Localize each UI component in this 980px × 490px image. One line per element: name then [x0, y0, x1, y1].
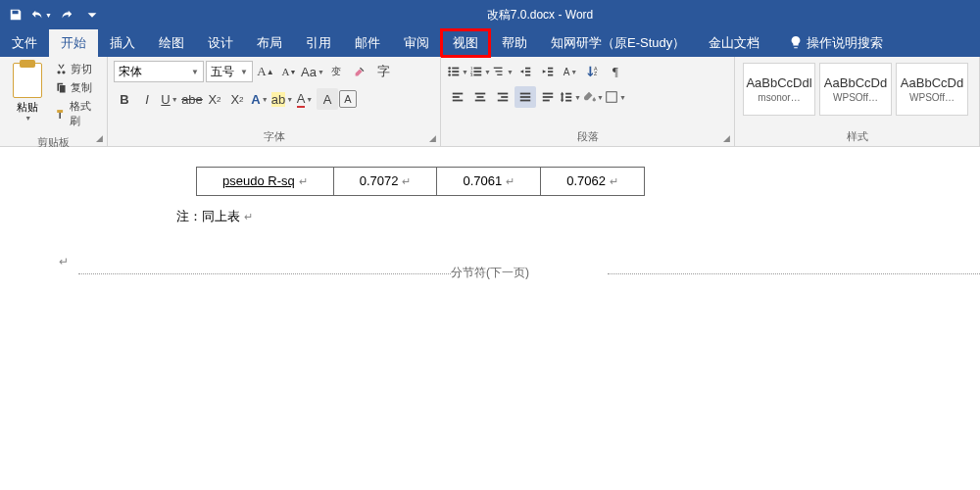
tab-review[interactable]: 审阅: [392, 29, 441, 57]
format-painter-button[interactable]: 格式刷: [53, 98, 101, 129]
tab-file[interactable]: 文件: [0, 29, 49, 57]
font-color-button[interactable]: A▼: [294, 88, 316, 110]
svg-rect-14: [497, 74, 502, 75]
font-launcher[interactable]: ◢: [426, 132, 438, 144]
shrink-font-button[interactable]: A▼: [278, 61, 300, 82]
table-cell[interactable]: 0.7062↵: [541, 168, 645, 196]
svg-rect-7: [473, 68, 481, 70]
asian-layout-button[interactable]: A▼: [560, 61, 581, 82]
align-left-button[interactable]: [447, 86, 468, 108]
svg-rect-27: [520, 96, 531, 98]
svg-rect-23: [498, 93, 509, 95]
data-table[interactable]: pseudo R-sq↵ 0.7072↵ 0.7061↵ 0.7062↵: [196, 167, 645, 196]
cut-button[interactable]: 剪切: [53, 61, 101, 77]
paragraph-launcher[interactable]: ◢: [720, 132, 732, 144]
tab-design[interactable]: 设计: [196, 29, 245, 57]
subscript-button[interactable]: X2: [204, 88, 225, 110]
svg-rect-11: [473, 74, 481, 76]
svg-rect-9: [473, 71, 481, 73]
clipboard-launcher[interactable]: ◢: [93, 132, 105, 144]
svg-rect-13: [496, 71, 503, 72]
group-styles: AaBbCcDdl msonor… AaBbCcDd WPSOff… AaBbC…: [735, 57, 980, 146]
chevron-down-icon[interactable]: ▼: [191, 68, 199, 76]
svg-point-0: [448, 67, 451, 70]
copy-button[interactable]: 复制: [53, 79, 101, 96]
qat-customize-button[interactable]: [80, 3, 104, 26]
borders-button[interactable]: ▼: [605, 86, 626, 108]
tab-draw[interactable]: 绘图: [147, 29, 196, 57]
style-item[interactable]: AaBbCcDdl msonor…: [743, 63, 815, 116]
shading-button[interactable]: ▼: [582, 86, 604, 108]
ribbon: 粘贴 ▼ 剪切 复制 格式刷 剪贴板 ◢ 宋体▼ 五号▼ A▲ A▼ Aa▼ 变…: [0, 57, 980, 147]
title-bar: ▼ 改稿7.0.docx - Word: [0, 0, 980, 29]
document-area[interactable]: pseudo R-sq↵ 0.7072↵ 0.7061↵ 0.7062↵ 注：同…: [0, 147, 980, 490]
svg-rect-24: [501, 96, 508, 98]
bullets-button[interactable]: ▼: [447, 61, 468, 82]
tell-me-search[interactable]: 操作说明搜索: [779, 29, 893, 57]
tab-layout[interactable]: 布局: [245, 29, 294, 57]
change-case-button[interactable]: Aa▼: [302, 61, 323, 82]
svg-rect-32: [607, 92, 617, 103]
tab-jinshan[interactable]: 金山文档: [697, 29, 771, 57]
bold-button[interactable]: B: [114, 88, 135, 110]
numbering-button[interactable]: 123▼: [469, 61, 491, 82]
undo-button[interactable]: ▼: [29, 3, 53, 26]
table-row[interactable]: pseudo R-sq↵ 0.7072↵ 0.7061↵ 0.7062↵: [197, 168, 645, 196]
group-font: 宋体▼ 五号▼ A▲ A▼ Aa▼ 变 字 B I U▼ abe X2 X2 A…: [108, 57, 441, 146]
show-marks-button[interactable]: ¶: [605, 61, 626, 82]
increase-indent-button[interactable]: [537, 61, 559, 82]
page: pseudo R-sq↵ 0.7072↵ 0.7061↵ 0.7062↵ 注：同…: [0, 167, 980, 281]
redo-button[interactable]: [55, 3, 78, 26]
align-center-button[interactable]: [469, 86, 491, 108]
align-right-button[interactable]: [492, 86, 514, 108]
lightbulb-icon: [789, 35, 803, 52]
character-shading-button[interactable]: A: [317, 88, 338, 110]
superscript-button[interactable]: X2: [226, 88, 248, 110]
svg-point-4: [448, 74, 451, 76]
text-effects-button[interactable]: A▼: [249, 88, 270, 110]
svg-rect-5: [452, 74, 459, 76]
grow-font-button[interactable]: A▲: [255, 61, 276, 82]
svg-rect-21: [477, 96, 484, 98]
save-button[interactable]: [4, 3, 27, 26]
multilevel-list-button[interactable]: ▼: [492, 61, 514, 82]
decrease-indent-button[interactable]: [514, 61, 536, 82]
character-border-button[interactable]: A: [339, 90, 357, 108]
tab-help[interactable]: 帮助: [490, 29, 539, 57]
line-spacing-button[interactable]: ▼: [560, 86, 581, 108]
svg-rect-19: [453, 100, 464, 102]
tab-home[interactable]: 开始: [49, 29, 98, 57]
font-size-combo[interactable]: 五号▼: [206, 61, 253, 82]
tab-zhiwang[interactable]: 知网研学（原E-Study）: [539, 29, 697, 57]
table-cell[interactable]: 0.7072↵: [333, 168, 437, 196]
font-name-combo[interactable]: 宋体▼: [114, 61, 204, 82]
style-item[interactable]: AaBbCcDd WPSOff…: [896, 63, 968, 116]
phonetic-guide-button[interactable]: 变: [325, 61, 347, 82]
chevron-down-icon[interactable]: ▼: [240, 68, 248, 76]
underline-button[interactable]: U▼: [159, 88, 180, 110]
table-row-header[interactable]: pseudo R-sq↵: [197, 168, 334, 196]
italic-button[interactable]: I: [136, 88, 158, 110]
tab-insert[interactable]: 插入: [98, 29, 147, 57]
table-note[interactable]: 注：同上表↵: [176, 208, 980, 225]
group-styles-label: 样式: [735, 127, 979, 146]
justify-button[interactable]: [514, 86, 536, 108]
tell-me-label: 操作说明搜索: [807, 34, 883, 52]
clear-formatting-button[interactable]: [349, 61, 370, 82]
svg-text:3: 3: [470, 73, 473, 77]
svg-rect-3: [452, 71, 459, 73]
highlight-button[interactable]: ab▼: [271, 88, 293, 110]
distributed-button[interactable]: [537, 86, 559, 108]
tab-view[interactable]: 视图: [441, 29, 490, 57]
table-cell[interactable]: 0.7061↵: [437, 168, 541, 196]
tab-references[interactable]: 引用: [294, 29, 343, 57]
strikethrough-button[interactable]: abe: [181, 88, 203, 110]
sort-button[interactable]: AZ: [582, 61, 604, 82]
quick-access-toolbar: ▼: [4, 3, 104, 26]
style-item[interactable]: AaBbCcDd WPSOff…: [819, 63, 892, 116]
enclose-characters-button[interactable]: 字: [372, 61, 394, 82]
svg-rect-18: [453, 96, 460, 98]
paste-button[interactable]: 粘贴 ▼: [6, 61, 49, 122]
svg-rect-31: [543, 100, 550, 102]
tab-mailings[interactable]: 邮件: [343, 29, 392, 57]
